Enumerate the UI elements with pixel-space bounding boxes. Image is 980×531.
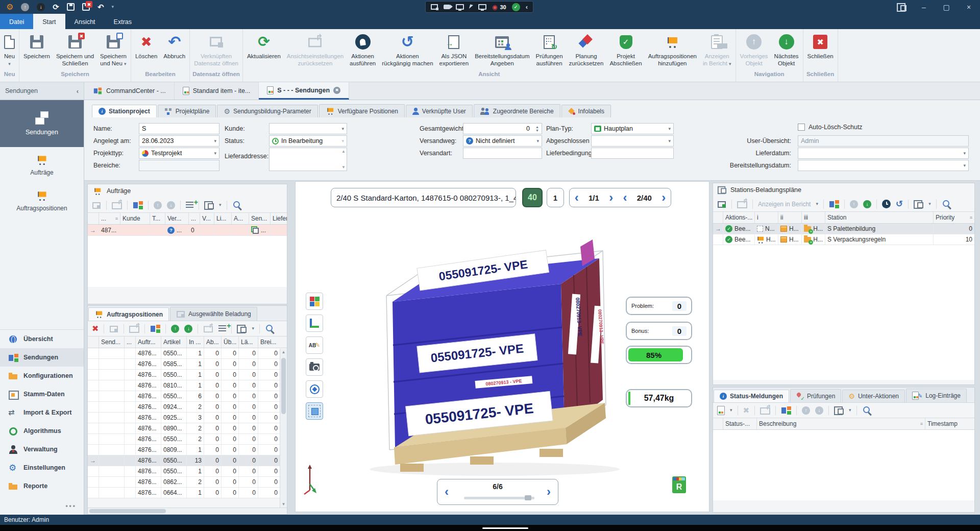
delete-icon[interactable]: ✖ xyxy=(743,406,750,414)
pointer-icon[interactable] xyxy=(469,4,473,9)
tab-close-icon[interactable]: ✖ xyxy=(333,87,340,94)
sidebar-nav-item[interactable]: Sendungen xyxy=(0,348,84,367)
annotate-button[interactable]: AB xyxy=(306,336,323,354)
sidebar-nav-item[interactable]: Import & Export xyxy=(0,403,84,422)
sidebar-nav-item[interactable]: Konfigurationen xyxy=(0,367,84,385)
table-row[interactable]: 4876... 0809... 1 0 0 0 0 xyxy=(88,445,287,455)
auftragspositionen-hinzufuegen-button[interactable]: Auftragspositionenhinzufügen xyxy=(645,33,700,68)
scroll-up-icon[interactable]: ▲ xyxy=(341,149,346,154)
sidebar-nav-item[interactable]: Einstellungen xyxy=(0,458,84,477)
scroll-down-icon[interactable]: ▼ xyxy=(341,165,346,170)
table-row[interactable]: 4876... 0550... 1 0 0 0 0 xyxy=(88,348,287,359)
verknuepften-datensatz-button[interactable]: VerknüpftenDatensatz öffnen xyxy=(191,33,241,68)
delete-icon[interactable]: ✖ xyxy=(92,325,99,333)
sidebar-nav-item[interactable]: Algorithmus xyxy=(0,422,84,440)
collapse-panel-icon[interactable]: ‹ xyxy=(77,88,79,94)
search-icon[interactable] xyxy=(862,405,872,416)
blocks-icon[interactable] xyxy=(133,201,143,210)
tab-verfuegbare-positionen[interactable]: Verfügbare Positionen xyxy=(319,104,405,117)
capture-area-icon[interactable] xyxy=(431,4,438,10)
lieferaddresse-field[interactable]: ▲ ▼ xyxy=(269,148,347,171)
save-quick-icon[interactable] xyxy=(67,3,75,11)
station-row-palettenbildung[interactable]: → ✓Bee... N... H... H... S Palettenbildu… xyxy=(713,224,974,234)
vorheriges-objekt-button[interactable]: ↑ VorherigesObjekt xyxy=(737,33,771,68)
table-row[interactable]: 4876... 0550... 2 0 0 0 0 xyxy=(88,434,287,445)
lieferdatum-field[interactable]: ▾ xyxy=(798,148,969,159)
angelegt-am-field[interactable]: 28.06.2023▾ xyxy=(139,135,219,147)
table-row[interactable]: 4876... 0585... 1 0 0 0 0 xyxy=(88,359,287,370)
tray-panel-icon[interactable] xyxy=(890,0,913,14)
layout-dropdown-icon[interactable]: ▾ xyxy=(928,202,931,206)
measure-button[interactable] xyxy=(306,315,323,332)
loeschen-button[interactable]: ✖ Löschen xyxy=(132,33,160,61)
refresh-icon[interactable]: ⟳ xyxy=(53,3,59,11)
pruefungen-button[interactable]: Prüfungenausführen xyxy=(533,33,566,68)
close-button[interactable]: × xyxy=(958,0,980,14)
undo-icon[interactable]: ↶ xyxy=(97,3,104,11)
table-row[interactable]: 4876... 0890... 2 0 0 0 0 xyxy=(88,423,287,434)
neu-button[interactable]: Neu▾ xyxy=(1,33,18,68)
qat-dropdown-icon[interactable]: ▾ xyxy=(112,5,114,9)
sidebar-nav-item[interactable]: Übersicht xyxy=(0,330,84,348)
tab-extras[interactable]: Extras xyxy=(105,14,141,29)
move-down-icon[interactable]: ↓ xyxy=(815,406,823,415)
spin-up-icon[interactable]: ▲ xyxy=(535,125,539,129)
mdi-tab-standard-item[interactable]: Standard item - ite... xyxy=(175,82,259,100)
scroll-up-icon[interactable]: ▲ xyxy=(282,350,286,354)
aktionen-rueckgaengig-button[interactable]: ↺ Aktionenrückgängig machen xyxy=(379,33,436,68)
station-row-verpackungsregeln[interactable]: ✓Bee... H... H... H... S Verpackungsrege… xyxy=(713,234,974,245)
folder-icon[interactable] xyxy=(204,325,213,332)
tab-datei[interactable]: Datei xyxy=(0,14,33,29)
versandart-field[interactable] xyxy=(463,148,542,159)
add-row-icon[interactable] xyxy=(218,325,226,332)
sidebar-nav-item[interactable]: Reporte xyxy=(0,477,84,495)
next-plan-icon[interactable]: › xyxy=(609,191,613,204)
tab-infolabels[interactable]: Infolabels xyxy=(561,105,611,117)
tab-status-meldungen[interactable]: iStatus-Meldungen xyxy=(714,390,789,402)
table-row[interactable]: 4876... 0810... 1 0 0 0 0 xyxy=(88,380,287,391)
maximize-button[interactable]: ▢ xyxy=(935,0,958,14)
table-row[interactable]: 4876... 0550... 1 0 0 0 0 xyxy=(88,466,287,477)
move-up-icon[interactable]: ↑ xyxy=(171,325,179,333)
projekt-abschliessen-button[interactable]: ✓ ProjektAbschließen xyxy=(606,33,645,68)
dropdown-icon[interactable]: ▾ xyxy=(816,202,818,206)
autoloesch-checkbox[interactable] xyxy=(798,124,805,131)
video-camera-icon[interactable] xyxy=(444,5,450,9)
bereitstellungsdatum-button[interactable]: BereitstellungsdatumAngeben xyxy=(472,33,532,68)
projekttyp-field[interactable]: Testprojekt▾ xyxy=(139,148,219,159)
new-dropdown-icon[interactable]: ▾ xyxy=(730,408,732,413)
abbruch-button[interactable]: ↶ Abbruch xyxy=(160,33,188,61)
export-icon[interactable] xyxy=(760,406,770,415)
box-caption-field[interactable]: 2/40 S Standard-Karton, 1487615-0 080270… xyxy=(331,188,516,207)
move-up-icon[interactable]: ↑ xyxy=(802,406,810,415)
single-count-button[interactable]: 1 xyxy=(547,188,564,207)
search-icon[interactable] xyxy=(265,324,275,334)
collapse-chevron-icon[interactable]: ‹ xyxy=(526,4,528,10)
export-icon[interactable] xyxy=(112,201,122,209)
table-row[interactable]: 4876... 0862... 2 0 0 0 0 xyxy=(88,477,287,488)
total-count-button[interactable]: 40 xyxy=(522,188,543,207)
sidebar-tile-sendungen[interactable]: Sendungen xyxy=(0,100,84,147)
kunde-field[interactable]: ▾ xyxy=(269,123,347,134)
tab-zugeordnete-bereiche[interactable]: Zugeordnete Bereiche xyxy=(474,104,560,117)
table-row[interactable]: → 4876... 0550... 13 0 0 0 0 xyxy=(88,455,287,466)
tab-projektplaene[interactable]: Projektpläne xyxy=(158,105,216,117)
anzeigen-in-bericht-dropdown[interactable]: Anzeigen in Bericht xyxy=(758,201,811,208)
gesamtgewicht-field[interactable]: 0▲▼ xyxy=(463,123,542,134)
clock-icon[interactable] xyxy=(882,200,891,208)
tab-pruefungen[interactable]: Prüfungen xyxy=(790,389,841,402)
tab-unter-aktionen[interactable]: ⚙Unter-Aktionen xyxy=(842,390,905,402)
bereitstellungsdatum-field[interactable]: ▾ xyxy=(798,160,969,171)
mdi-tab-commandcenter[interactable]: CommandCenter - ... xyxy=(84,82,175,100)
tab-start[interactable]: Start xyxy=(33,14,65,29)
prev-plan-icon[interactable]: ‹ xyxy=(575,191,579,204)
prev-box-icon[interactable]: ‹ xyxy=(623,191,627,204)
export-icon[interactable] xyxy=(737,200,747,208)
blocks-icon[interactable] xyxy=(781,406,791,415)
sidebar-item-auftragspositionen[interactable]: Auftragspositionen xyxy=(0,183,84,219)
layout-dropdown-icon[interactable]: ▾ xyxy=(219,203,222,207)
down-circle-icon[interactable]: ↓ xyxy=(37,3,45,11)
selection-button[interactable] xyxy=(306,402,323,420)
name-field[interactable]: S xyxy=(139,123,219,134)
save-close-quick-icon[interactable]: ✖ xyxy=(82,3,90,11)
